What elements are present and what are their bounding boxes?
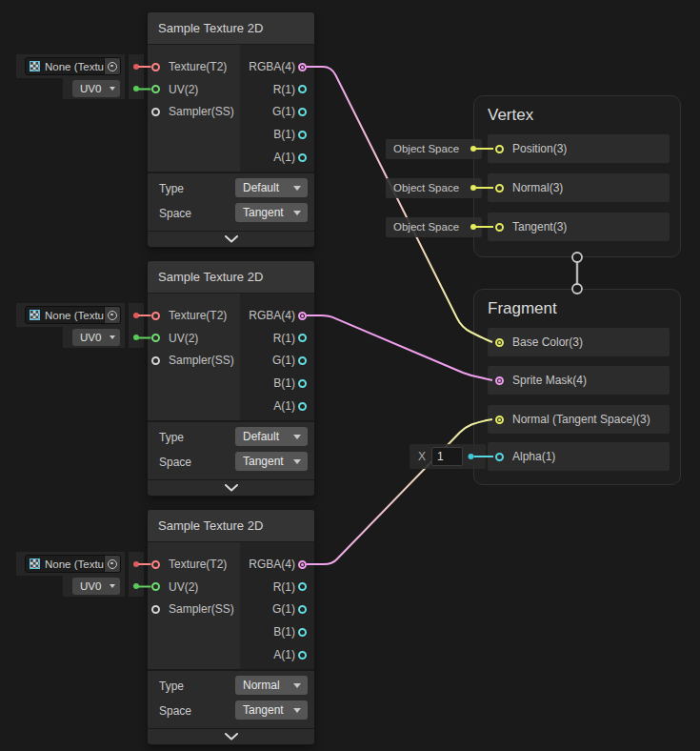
b-output-port[interactable] xyxy=(298,131,307,139)
collapse-chevron-button[interactable] xyxy=(148,480,314,496)
rgba-output-port[interactable] xyxy=(298,312,307,320)
rgba-output-port[interactable] xyxy=(298,560,307,569)
b-output-port[interactable] xyxy=(298,628,307,637)
port-label: A(1) xyxy=(273,398,295,414)
port-label: Base Color(3) xyxy=(512,335,583,350)
sample-texture-2d-node[interactable]: Sample Texture 2D Texture(T2) UV(2) Samp… xyxy=(148,510,314,744)
uv-dropdown-value: UV0 xyxy=(80,580,101,592)
a-output-port[interactable] xyxy=(298,402,307,411)
sprite-mask-input-port[interactable] xyxy=(495,376,504,385)
port-label: Texture(T2) xyxy=(169,557,227,572)
space-dropdown[interactable]: Tangent xyxy=(235,700,308,720)
object-picker-icon xyxy=(108,311,117,320)
space-dropdown-value: Tangent xyxy=(243,703,284,717)
texture-object-field[interactable]: None (Textu xyxy=(25,555,121,573)
space-label: Space xyxy=(159,455,191,470)
dropdown-caret-icon xyxy=(293,459,301,464)
base-color-input-port[interactable] xyxy=(495,338,504,347)
tangent-input-port[interactable] xyxy=(495,223,504,232)
sample-texture-2d-node[interactable]: Sample Texture 2D Texture(T2) UV(2) Samp… xyxy=(148,12,314,247)
node-title: Sample Texture 2D xyxy=(158,12,263,44)
dropdown-caret-icon xyxy=(293,708,301,713)
sampler-input-port[interactable] xyxy=(151,356,160,365)
port-label: RGBA(4) xyxy=(249,308,295,323)
port-label: Sampler(SS) xyxy=(169,104,234,119)
port-label: G(1) xyxy=(272,601,295,617)
a-output-port[interactable] xyxy=(298,153,307,162)
space-dropdown[interactable]: Tangent xyxy=(235,203,308,222)
vertex-title: Vertex xyxy=(488,106,533,125)
r-output-port[interactable] xyxy=(298,582,307,591)
fragment-row-sprite-mask: Sprite Mask(4) xyxy=(488,366,670,395)
alpha-default-widget: X xyxy=(410,444,486,469)
uv-connector-stub xyxy=(129,78,144,99)
port-label: Texture(T2) xyxy=(169,59,227,74)
chip-connector-dot xyxy=(470,146,476,152)
chip-connector-dot xyxy=(470,224,476,230)
object-picker-button[interactable] xyxy=(104,307,120,323)
space-dropdown[interactable]: Tangent xyxy=(235,452,308,471)
texture-input-port[interactable] xyxy=(151,560,160,569)
position-input-port[interactable] xyxy=(495,145,504,153)
green-connector-dot xyxy=(133,583,139,589)
normal-input-port[interactable] xyxy=(495,184,504,193)
texture-input-port[interactable] xyxy=(151,63,160,71)
texture-connector-stub xyxy=(129,552,144,576)
green-connector-dot xyxy=(133,86,139,91)
texture-object-field[interactable]: None (Textu xyxy=(25,57,121,75)
texture-input-port[interactable] xyxy=(151,312,160,320)
dropdown-caret-icon xyxy=(110,335,115,339)
object-space-chip-position[interactable]: Object Space xyxy=(386,139,482,159)
space-label: Space xyxy=(159,703,191,719)
node-header: Sample Texture 2D xyxy=(148,261,314,294)
r-output-port[interactable] xyxy=(298,85,307,93)
object-picker-button[interactable] xyxy=(104,556,120,572)
uv-input-port[interactable] xyxy=(151,582,160,591)
uv-input-port[interactable] xyxy=(151,334,160,342)
fragment-context-node[interactable]: Fragment Base Color(3) Sprite Mask(4) No… xyxy=(473,289,681,485)
dropdown-caret-icon xyxy=(110,584,115,588)
r-output-port[interactable] xyxy=(298,334,307,342)
rgba-output-port[interactable] xyxy=(298,63,307,71)
g-output-port[interactable] xyxy=(298,605,307,614)
a-output-port[interactable] xyxy=(298,651,307,660)
object-picker-button[interactable] xyxy=(104,58,120,74)
fragment-row-alpha: Alpha(1) xyxy=(488,442,670,471)
uv-channel-dropdown[interactable]: UV0 xyxy=(72,578,120,595)
alpha-value-input[interactable] xyxy=(431,447,463,466)
port-label: G(1) xyxy=(272,353,295,368)
node-header: Sample Texture 2D xyxy=(148,510,314,542)
object-space-chip-normal[interactable]: Object Space xyxy=(386,178,482,198)
texture-object-field[interactable]: None (Textu xyxy=(25,306,121,324)
normal-tangent-input-port[interactable] xyxy=(495,416,504,424)
fragment-row-base-color: Base Color(3) xyxy=(488,328,670,356)
uv-field-strip: UV0 xyxy=(63,78,125,99)
object-space-chip-tangent[interactable]: Object Space xyxy=(386,217,482,237)
g-output-port[interactable] xyxy=(298,356,307,365)
type-dropdown[interactable]: Normal xyxy=(235,676,308,695)
sampler-input-port[interactable] xyxy=(151,108,160,116)
vertex-row-normal: Normal(3) xyxy=(488,173,670,202)
texture-checker-icon xyxy=(30,558,40,569)
b-output-port[interactable] xyxy=(298,379,307,388)
collapse-chevron-button[interactable] xyxy=(148,729,314,744)
fragment-row-normal-tangent: Normal (Tangent Space)(3) xyxy=(488,405,670,434)
divider xyxy=(148,172,314,173)
space-label: Space xyxy=(159,206,191,221)
red-connector-dot xyxy=(133,313,139,318)
sample-texture-2d-node[interactable]: Sample Texture 2D Texture(T2) UV(2) Samp… xyxy=(148,261,314,496)
vertex-context-node[interactable]: Vertex Position(3) Normal(3) Tangent(3) xyxy=(473,95,681,257)
type-dropdown[interactable]: Default xyxy=(235,178,308,197)
alpha-input-port[interactable] xyxy=(495,453,504,461)
chip-connector-dot xyxy=(470,185,476,191)
type-dropdown[interactable]: Default xyxy=(235,427,308,446)
g-output-port[interactable] xyxy=(298,108,307,116)
uv-dropdown-value: UV0 xyxy=(80,83,101,94)
uv-channel-dropdown[interactable]: UV0 xyxy=(72,80,120,97)
collapse-chevron-button[interactable] xyxy=(148,232,314,247)
uv-input-port[interactable] xyxy=(151,85,160,93)
uv-channel-dropdown[interactable]: UV0 xyxy=(72,329,120,346)
sampler-input-port[interactable] xyxy=(151,605,160,614)
node-title: Sample Texture 2D xyxy=(158,261,263,293)
texture-checker-icon xyxy=(30,310,40,320)
